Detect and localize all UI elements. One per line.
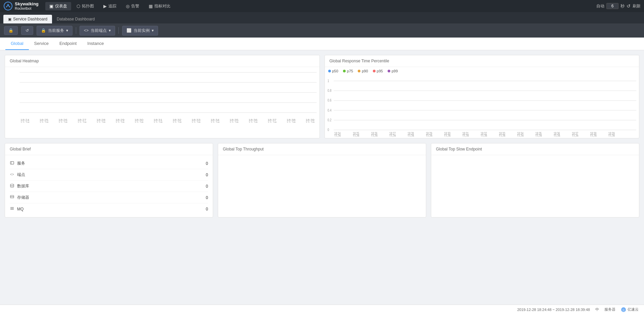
svg-text:12-28: 12-28 (481, 134, 487, 137)
svg-text:12-28: 12-28 (499, 134, 505, 137)
storage-value: 0 (206, 195, 208, 200)
nav-dashboard[interactable]: ▣ 仪表盘 (45, 2, 71, 10)
dashboard-icon: ▣ (49, 4, 53, 9)
tab-service[interactable]: Service (29, 38, 54, 50)
tab-bar: ▣ Service Dashboard Database Dashboard (0, 12, 644, 23)
top-row: Global Heatmap 18:24 12-28 18:25 (5, 55, 639, 138)
svg-text:12-28: 12-28 (462, 134, 468, 137)
legend-p95: p95 (373, 69, 383, 73)
service-selector[interactable]: 🔒 当前服务 ▾ (37, 26, 72, 36)
instance-selector-chevron: ▾ (152, 28, 154, 33)
top-throughput-panel: Global Top Throughput (218, 143, 426, 217)
legend-p99: p99 (388, 69, 398, 73)
tab-service-label: Service (34, 41, 49, 46)
service-selector-label: 当前服务 (48, 28, 64, 34)
legend-p75: p75 (343, 69, 353, 73)
top-throughput-title: Global Top Throughput (218, 143, 426, 155)
nav-metrics-label: 指标对比 (154, 3, 170, 9)
endpoint-selector[interactable]: <> 当前端点 ▾ (80, 26, 115, 36)
instance-selector[interactable]: ⬜ 当前实例 ▾ (122, 26, 158, 36)
refresh-label: 刷新 (633, 3, 641, 9)
toolbar-sep-1 (76, 27, 76, 34)
skywalking-logo (3, 1, 13, 11)
response-time-svg: 1 0.8 0.6 0.4 0.2 0 18 (328, 76, 637, 137)
nav-dashboard-label: 仪表盘 (55, 3, 67, 9)
brief-title: Global Brief (5, 143, 213, 155)
tab-global[interactable]: Global (5, 38, 29, 50)
tab-endpoint[interactable]: Endpoint (54, 38, 82, 50)
tab-endpoint-label: Endpoint (59, 41, 77, 46)
svg-text:12-28: 12-28 (535, 134, 542, 137)
top-slow-panel: Global Top Slow Endpoint (431, 143, 639, 217)
brief-row-service: 服务 0 (10, 158, 208, 169)
heatmap-svg: 18:24 12-28 18:25 12-28 18:26 12-28 18:2… (8, 69, 317, 123)
heatmap-title: Global Heatmap (5, 55, 319, 67)
tab-database-dashboard[interactable]: Database Dashboard (52, 15, 99, 23)
endpoint-selector-label: 当前端点 (91, 28, 107, 34)
nav-left: Skywalking Rocketbot ▣ 仪表盘 ⬡ 拓扑图 ▶ 追踪 ◎ … (3, 1, 175, 11)
svg-text:12-28: 12-28 (172, 121, 182, 123)
nav-alert[interactable]: ◎ 告警 (122, 2, 143, 10)
legend-p90: p90 (358, 69, 368, 73)
response-time-title: Global Response Time Percentile (325, 55, 639, 67)
storage-icon (10, 195, 14, 200)
p50-dot (328, 70, 331, 72)
metrics-icon: ▦ (149, 4, 153, 9)
tab-database-dashboard-label: Database Dashboard (57, 17, 95, 21)
svg-text:0.2: 0.2 (328, 118, 332, 122)
svg-text:12-28: 12-28 (20, 121, 30, 123)
refresh-icon-btn[interactable]: ↺ (21, 26, 33, 35)
tab-service-dashboard[interactable]: ▣ Service Dashboard (3, 15, 52, 23)
svg-point-1 (7, 4, 9, 5)
refresh-button[interactable]: ↺ (627, 3, 631, 9)
svg-text:12-28: 12-28 (426, 134, 432, 137)
p95-label: p95 (377, 69, 383, 73)
svg-text:12-28: 12-28 (78, 121, 87, 123)
endpoint-value: 0 (206, 173, 208, 177)
svg-text:0: 0 (328, 128, 329, 132)
svg-text:12-28: 12-28 (58, 121, 68, 123)
main-content: Global Heatmap 18:24 12-28 18:25 (0, 50, 644, 222)
tab-instance-label: Instance (87, 41, 104, 46)
nav-trace[interactable]: ▶ 追踪 (99, 2, 120, 10)
heatmap-panel: Global Heatmap 18:24 12-28 18:25 (5, 55, 320, 138)
service-icon (10, 161, 14, 166)
svg-text:0.8: 0.8 (328, 88, 332, 92)
response-time-legend: p50 p75 p90 p95 p99 (325, 67, 639, 75)
svg-text:0.6: 0.6 (328, 98, 332, 102)
auto-refresh-input[interactable] (606, 3, 618, 9)
legend-p50: p50 (328, 69, 338, 73)
nav-metrics[interactable]: ▦ 指标对比 (145, 2, 175, 10)
auto-label: 自动 (596, 3, 604, 9)
svg-text:12-28: 12-28 (115, 121, 125, 123)
svg-text:12-28: 12-28 (517, 134, 523, 137)
svg-text:12-28: 12-28 (353, 134, 359, 137)
svg-text:12-28: 12-28 (371, 134, 377, 137)
database-icon (10, 183, 14, 189)
p75-dot (343, 70, 346, 72)
svg-text:12-28: 12-28 (444, 134, 450, 137)
p75-label: p75 (347, 69, 353, 73)
p90-label: p90 (362, 69, 368, 73)
top-navigation: Skywalking Rocketbot ▣ 仪表盘 ⬡ 拓扑图 ▶ 追踪 ◎ … (0, 0, 644, 12)
brand-logo-area: Skywalking Rocketbot (3, 1, 39, 11)
svg-rect-83 (10, 162, 14, 164)
tab-global-label: Global (11, 41, 23, 46)
service-selector-icon: 🔒 (41, 28, 46, 33)
nav-topology[interactable]: ⬡ 拓扑图 (72, 2, 98, 10)
p99-dot (388, 70, 390, 72)
p95-dot (373, 70, 376, 72)
top-slow-body (431, 155, 639, 209)
svg-text:12-28: 12-28 (230, 121, 239, 123)
response-time-body: 1 0.8 0.6 0.4 0.2 0 18 (325, 75, 639, 138)
svg-text:12-28: 12-28 (389, 134, 396, 137)
topology-icon: ⬡ (77, 4, 80, 9)
svg-text:12-28: 12-28 (572, 134, 578, 137)
svg-text:12-28: 12-28 (553, 134, 560, 137)
top-throughput-body (218, 155, 426, 209)
brand-name: Skywalking (15, 1, 39, 7)
endpoint-selector-chevron: ▾ (109, 28, 111, 33)
endpoint-selector-icon: <> (84, 28, 89, 33)
tab-instance[interactable]: Instance (82, 38, 109, 50)
mq-label: MQ (17, 207, 206, 211)
